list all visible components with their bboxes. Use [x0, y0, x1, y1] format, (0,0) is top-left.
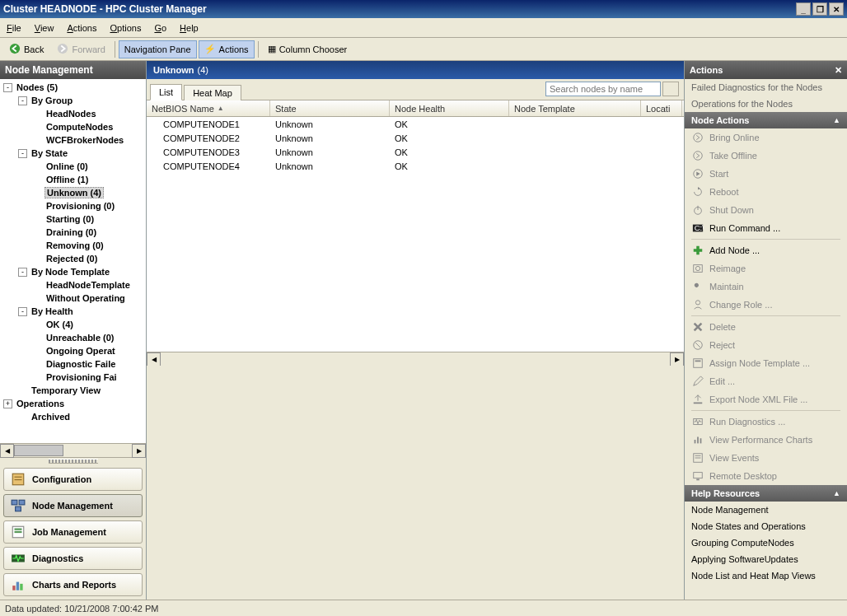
maximize-button[interactable]: ❐ — [812, 2, 827, 16]
col-location[interactable]: Locati — [641, 100, 682, 116]
tree-node[interactable]: -By State — [0, 147, 146, 160]
action-add-node[interactable]: Add Node ... — [685, 241, 847, 259]
menu-file[interactable]: File — [7, 23, 21, 33]
menu-actions[interactable]: Actions — [67, 23, 96, 33]
tree-node[interactable]: Temporary View — [0, 384, 146, 397]
scroll-left-button[interactable]: ◀ — [0, 444, 14, 458]
diag-icon — [691, 415, 704, 428]
svg-rect-36 — [697, 437, 699, 444]
svg-point-28 — [695, 301, 700, 305]
node-actions-section[interactable]: Node Actions ▲ — [685, 112, 847, 128]
tree-node[interactable]: HeadNodeTemplate — [0, 278, 146, 292]
nav-jobs[interactable]: Job Management — [3, 520, 143, 544]
action-link[interactable]: Failed Diagnostics for the Nodes — [685, 79, 847, 96]
scroll-right-button[interactable]: ▶ — [132, 444, 146, 458]
help-link[interactable]: Applying SoftwareUpdates — [685, 551, 847, 567]
nav-config[interactable]: Configuration — [3, 468, 143, 491]
tree-node[interactable]: Rejected (0) — [0, 252, 146, 265]
column-chooser-button[interactable]: ▦ Column Chooser — [262, 40, 353, 58]
tree-node[interactable]: Provisioning Fai — [0, 371, 146, 384]
tree-node[interactable]: Diagnostic Faile — [0, 357, 146, 371]
search-button[interactable] — [662, 82, 679, 96]
action-bring-online: Bring Online — [685, 128, 847, 147]
col-health[interactable]: Node Health — [390, 100, 509, 116]
tree-node[interactable]: -Nodes (5) — [0, 81, 146, 94]
table-row[interactable]: COMPUTENODE3UnknownOK — [147, 145, 684, 159]
help-link[interactable]: Node List and Heat Map Views — [685, 567, 847, 584]
scroll-right-button[interactable]: ▶ — [670, 352, 684, 366]
tree-node[interactable]: HeadNodes — [0, 107, 146, 120]
window-title: Cluster HEADNODE - HPC Cluster Manager — [3, 3, 796, 15]
separator — [691, 239, 840, 240]
col-netbios[interactable]: NetBIOS Name▲ — [147, 100, 270, 116]
x-icon — [691, 320, 704, 334]
action-change-role: Change Role ... — [685, 296, 847, 314]
close-button[interactable]: ✕ — [829, 2, 844, 16]
col-state[interactable]: State — [270, 100, 390, 116]
tree-node[interactable]: Provisioning (0) — [0, 199, 146, 212]
scroll-left-button[interactable]: ◀ — [147, 352, 161, 366]
grid-body[interactable]: COMPUTENODE1UnknownOKCOMPUTENODE2Unknown… — [147, 117, 684, 352]
tree-node[interactable]: Unreachable (0) — [0, 331, 146, 344]
minimize-button[interactable]: _ — [796, 2, 811, 16]
tree-node[interactable]: Offline (1) — [0, 173, 146, 186]
nav-tree[interactable]: -Nodes (5)-By GroupHeadNodesComputeNodes… — [0, 79, 146, 443]
help-link[interactable]: Node States and Operations — [685, 518, 847, 534]
menu-help[interactable]: Help — [180, 23, 199, 33]
expander-icon[interactable]: + — [3, 399, 12, 408]
tree-node[interactable]: +Operations — [0, 397, 146, 410]
tree-node[interactable]: Removing (0) — [0, 239, 146, 252]
expander-icon[interactable]: - — [18, 307, 27, 316]
tree-node[interactable]: -By Node Template — [0, 265, 146, 278]
nav-nodes[interactable]: Node Management — [3, 494, 143, 517]
tree-label: Rejected (0) — [44, 254, 99, 264]
menu-go[interactable]: Go — [154, 23, 166, 33]
table-row[interactable]: COMPUTENODE2UnknownOK — [147, 131, 684, 145]
grid-hscroll[interactable]: ◀ ▶ — [147, 352, 684, 366]
tree-node[interactable]: Starting (0) — [0, 212, 146, 226]
tree-node[interactable]: Online (0) — [0, 160, 146, 173]
splitter[interactable] — [0, 457, 146, 464]
svg-rect-6 — [19, 500, 25, 505]
menu-options[interactable]: Options — [110, 23, 142, 33]
forward-button[interactable]: Forward — [51, 40, 110, 58]
tree-node[interactable]: Ongoing Operat — [0, 344, 146, 357]
action-run-command[interactable]: C:\Run Command ... — [685, 219, 847, 237]
tree-node[interactable]: Draining (0) — [0, 226, 146, 239]
action-label: Start — [709, 169, 728, 179]
tree-node[interactable]: -By Group — [0, 94, 146, 107]
tree-node[interactable]: Unknown (4) — [0, 186, 146, 199]
tree-node[interactable]: WCFBrokerNodes — [0, 133, 146, 147]
menu-view[interactable]: View — [35, 23, 54, 33]
action-label: Take Offline — [709, 151, 757, 161]
help-link[interactable]: Grouping ComputeNodes — [685, 534, 847, 551]
scroll-track[interactable] — [161, 352, 670, 366]
tree-label: By Node Template — [30, 267, 111, 277]
table-row[interactable]: COMPUTENODE4UnknownOK — [147, 159, 684, 173]
tree-hscroll[interactable]: ◀ ▶ — [0, 443, 146, 457]
nav-charts[interactable]: Charts and Reports — [3, 573, 143, 596]
col-template[interactable]: Node Template — [509, 100, 641, 116]
tree-node[interactable]: Archived — [0, 410, 146, 423]
navigation-pane-button[interactable]: Navigation Pane — [119, 40, 197, 58]
help-resources-section[interactable]: Help Resources ▲ — [685, 485, 847, 502]
tree-node[interactable]: OK (4) — [0, 318, 146, 331]
action-link[interactable]: Operations for the Nodes — [685, 96, 847, 112]
tree-node[interactable]: -By Health — [0, 305, 146, 318]
search-input[interactable] — [545, 82, 661, 96]
help-link[interactable]: Node Management — [685, 502, 847, 518]
tab-list[interactable]: List — [150, 84, 182, 100]
expander-icon[interactable]: - — [3, 83, 12, 92]
tree-node[interactable]: Without Operating — [0, 292, 146, 305]
close-icon[interactable]: ✕ — [835, 65, 842, 76]
expander-icon[interactable]: - — [18, 268, 27, 277]
expander-icon[interactable]: - — [18, 149, 27, 158]
tree-node[interactable]: ComputeNodes — [0, 120, 146, 133]
tab-heatmap[interactable]: Heat Map — [184, 85, 241, 100]
table-row[interactable]: COMPUTENODE1UnknownOK — [147, 117, 684, 131]
expander-icon[interactable]: - — [18, 96, 27, 105]
back-button[interactable]: Back — [3, 40, 49, 58]
scroll-thumb[interactable] — [14, 445, 63, 456]
nav-diag[interactable]: Diagnostics — [3, 547, 143, 570]
actions-toolbar-button[interactable]: ⚡ Actions — [199, 40, 255, 58]
